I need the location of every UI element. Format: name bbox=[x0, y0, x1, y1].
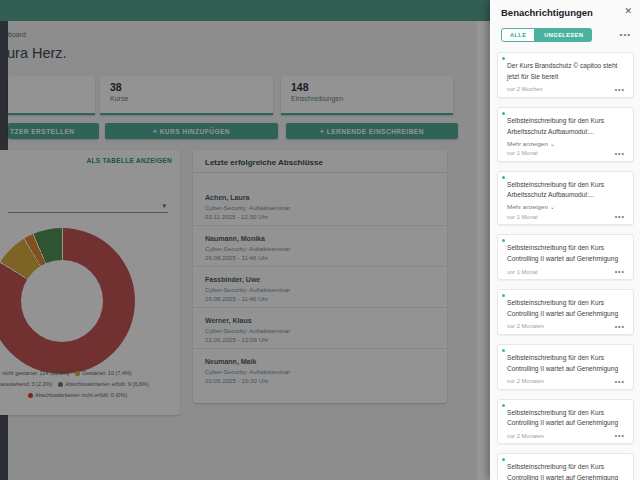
notification-card[interactable]: Selbsteinschreibung für den Kurs Control… bbox=[497, 344, 634, 390]
notification-more-options-icon[interactable]: ••• bbox=[615, 378, 625, 385]
tab-all[interactable]: ALLE bbox=[501, 28, 535, 42]
tab-unread[interactable]: UNGELESEN bbox=[535, 28, 592, 42]
unread-dot bbox=[502, 57, 505, 60]
show-more-link[interactable]: Mehr anzeigen ⌄ bbox=[507, 203, 625, 210]
notification-title: Selbsteinschreibung für den Kurs Arbeits… bbox=[507, 180, 625, 202]
unread-dot bbox=[502, 239, 505, 242]
show-more-link[interactable]: Mehr anzeigen ⌄ bbox=[507, 140, 625, 147]
notification-card[interactable]: Selbsteinschreibung für den Kurs Control… bbox=[497, 453, 634, 480]
notification-card[interactable]: Selbsteinschreibung für den Kurs Control… bbox=[497, 289, 634, 335]
panel-title: Benachrichtigungen bbox=[501, 7, 593, 18]
overlay-scrim[interactable] bbox=[0, 0, 490, 480]
notification-time: vor 1 Monat bbox=[507, 214, 538, 220]
notification-more-options-icon[interactable]: ••• bbox=[615, 323, 625, 330]
notification-time: vor 2 Monaten bbox=[507, 433, 544, 439]
notification-card[interactable]: Selbsteinschreibung für den Kurs Arbeits… bbox=[497, 171, 634, 226]
notification-time: vor 2 Monaten bbox=[507, 323, 544, 329]
panel-more-options-icon[interactable]: ••• bbox=[620, 30, 631, 39]
notification-title: Selbsteinschreibung für den Kurs Control… bbox=[507, 408, 625, 430]
notification-more-options-icon[interactable]: ••• bbox=[615, 432, 625, 439]
unread-dot bbox=[502, 176, 505, 179]
unread-dot bbox=[502, 349, 505, 352]
notification-title: Selbsteinschreibung für den Kurs Arbeits… bbox=[507, 116, 625, 138]
unread-dot bbox=[502, 294, 505, 297]
notification-more-options-icon[interactable]: ••• bbox=[615, 86, 625, 93]
notification-more-options-icon[interactable]: ••• bbox=[615, 213, 625, 220]
notifications-panel: Benachrichtigungen ✕ ALLE UNGELESEN ••• … bbox=[490, 0, 640, 480]
notification-title: Selbsteinschreibung für den Kurs Control… bbox=[507, 353, 625, 375]
screen: board ura Herz. 38 Kurse 148 Einschreibu… bbox=[0, 0, 640, 480]
notification-time: vor 2 Wochen bbox=[507, 86, 543, 92]
notification-more-options-icon[interactable]: ••• bbox=[615, 268, 625, 275]
notification-time: vor 2 Monaten bbox=[507, 378, 544, 384]
notification-card[interactable]: Selbsteinschreibung für den Kurs Control… bbox=[497, 399, 634, 445]
notification-card[interactable]: Der Kurs Brandschutz © capitoo steht jet… bbox=[497, 52, 634, 98]
close-icon[interactable]: ✕ bbox=[624, 6, 632, 16]
notification-more-options-icon[interactable]: ••• bbox=[615, 150, 625, 157]
notification-title: Selbsteinschreibung für den Kurs Control… bbox=[507, 298, 625, 320]
notification-card[interactable]: Selbsteinschreibung für den Kurs Arbeits… bbox=[497, 107, 634, 162]
notification-filter-tabs: ALLE UNGELESEN bbox=[501, 28, 592, 42]
page-scrollbar[interactable] bbox=[477, 21, 490, 480]
unread-dot bbox=[502, 458, 505, 461]
notification-title: Selbsteinschreibung für den Kurs Control… bbox=[507, 462, 625, 480]
notification-time: vor 1 Monat bbox=[507, 269, 538, 275]
notification-card[interactable]: Selbsteinschreibung für den Kurs Control… bbox=[497, 234, 634, 280]
unread-dot bbox=[502, 404, 505, 407]
unread-dot bbox=[502, 112, 505, 115]
notification-title: Der Kurs Brandschutz © capitoo steht jet… bbox=[507, 61, 625, 83]
notification-title: Selbsteinschreibung für den Kurs Control… bbox=[507, 243, 625, 265]
notification-list: Der Kurs Brandschutz © capitoo steht jet… bbox=[497, 52, 634, 480]
notification-time: vor 1 Monat bbox=[507, 150, 538, 156]
